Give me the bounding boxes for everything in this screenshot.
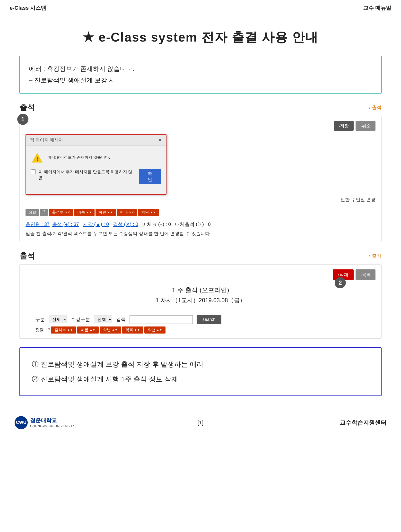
search-label-1: 구분 — [35, 316, 45, 323]
sort-label: 정렬 — [35, 327, 44, 333]
footer-right: 교수학습지원센터 — [340, 419, 386, 427]
error-line1: 에러 : 휴강정보가 존재하지 않습니다. — [29, 63, 372, 75]
stats-note: 밑줄 친 출석/지각/결석 텍스트를 누르면 모든 수강생의 상태를 한 번에 … — [26, 231, 375, 237]
attendance-section-2: 2 ›삭제 ›목록 1 주 출석 (오프라인) 1 차시（1교시）2019.03… — [19, 264, 382, 339]
side-text: 인한 수업일 변경 — [26, 197, 375, 203]
bottom-line2: ② 진로탐색및 생애설계 시행 1주 출석 정보 삭제 — [32, 372, 369, 387]
section2-link[interactable]: 출석 — [369, 253, 382, 259]
col-sort: 정렬 — [26, 209, 39, 216]
sort-col-student-id[interactable]: 학번 ▲▼ — [100, 326, 121, 334]
modal-checkbox-row: 이 페이지에서 추가 메시지를 만들도록 허용하지 않음 확인 — [31, 169, 161, 184]
attendance-week: 1 주 출석 (오프라인) — [26, 286, 375, 294]
search-select-2[interactable]: 전체 — [94, 316, 112, 323]
col-student-id: 학번 ▲▼ — [96, 209, 116, 216]
search-label-2: 수강구분 — [71, 316, 90, 323]
save-button[interactable]: ›저장 — [334, 121, 354, 131]
modal-message: 예러:휴강정보가 존재하지 않습니다. — [47, 155, 110, 160]
sort-col-year[interactable]: 학년 ▲▼ — [144, 326, 166, 334]
cancel-button[interactable]: ›취소 — [356, 121, 375, 131]
bottom-info-box: ① 진로탐색및 생애설계 보강 출석 저장 후 발생하는 에러 ② 진로탐색및 … — [19, 347, 382, 396]
main-content: ★ e-Class system 전자 출결 사용 안내 에러 : 휴강정보가 … — [0, 14, 401, 411]
modal-overlay: 웹 페이지 메시지 ✕ ! 예러:휴강정보가 존재하지 않습니다. — [26, 134, 375, 195]
header-right: 교수 매뉴얼 — [363, 4, 391, 12]
sort-help: ? — [48, 327, 50, 332]
section1-link[interactable]: 출석 — [369, 104, 382, 111]
col-year: 학년 ▲▼ — [138, 209, 159, 216]
modal-titlebar: 웹 페이지 메시지 ✕ — [26, 135, 166, 146]
error-line2: – 진로탐색및 생애설계 보강 시 — [29, 75, 372, 86]
col-dept: 학과 ▲▼ — [117, 209, 137, 216]
logo-circle: CWU — [15, 416, 28, 429]
sort-row: 정렬 ? 출석부 ▲▼ 이름 ▲▼ 학번 ▲▼ 학과 ▲▼ 학년 ▲▼ — [35, 326, 375, 334]
logo-sub: CHUNGWOON UNIVERSITY — [30, 424, 75, 428]
footer-logo: CWU 청운대학교 CHUNGWOON UNIVERSITY — [15, 416, 75, 429]
modal-close-button[interactable]: ✕ — [158, 137, 162, 143]
section1-title: 출석 — [19, 102, 35, 113]
stats-uncheck: 미체크 (−) : 0 — [142, 222, 171, 227]
stats-proxy: 대체출석 (▷) : 0 — [175, 222, 211, 227]
col-name: 이름 ▲▼ — [74, 209, 95, 216]
search-select-1[interactable]: 전체 — [49, 316, 67, 323]
top-header: e-Class 시스템 교수 매뉴얼 — [0, 0, 401, 14]
col-help: ? — [40, 209, 48, 216]
badge-2: 2 — [335, 277, 346, 288]
footer: CWU 청운대학교 CHUNGWOON UNIVERSITY [1] 교수학습지… — [0, 411, 401, 434]
search-label-3: 검색 — [116, 316, 126, 323]
section1-heading: 출석 출석 — [19, 102, 382, 113]
header-left: e-Class 시스템 — [10, 4, 46, 12]
stats-late[interactable]: 지각 (▲) : 0 — [83, 222, 109, 227]
warning-icon: ! — [31, 151, 44, 164]
modal-dialog: 웹 페이지 메시지 ✕ ! 예러:휴강정보가 존재하지 않습니다. — [26, 134, 166, 195]
table-header-row: 정렬 ? 출석부 ▲▼ 이름 ▲▼ 학번 ▲▼ 학과 ▲▼ 학년 ▲▼ — [26, 207, 375, 216]
footer-page: [1] — [198, 420, 203, 426]
logo-text: 청운대학교 CHUNGWOON UNIVERSITY — [30, 417, 75, 428]
sort-col-dept[interactable]: 학과 ▲▼ — [122, 326, 143, 334]
svg-text:!: ! — [36, 156, 38, 162]
bottom-line1: ① 진로탐색및 생애설계 보강 출석 저장 후 발생하는 에러 — [32, 357, 369, 372]
col-checklist: 출석부 ▲▼ — [49, 209, 73, 216]
section2-heading: 출석 출석 — [19, 251, 382, 261]
stats-present[interactable]: 출석 (●) : 37 — [52, 222, 79, 227]
modal-title: 웹 페이지 메시지 — [30, 137, 63, 143]
modal-checkbox[interactable] — [31, 169, 36, 174]
stats-total[interactable]: 총인원 : 37 — [26, 222, 50, 227]
badge-1: 1 — [17, 114, 28, 125]
modal-checkbox-label: 이 페이지에서 추가 메시지를 만들도록 허용하지 않음 — [39, 169, 136, 181]
logo-main: 청운대학교 — [30, 417, 75, 424]
modal-confirm-button[interactable]: 확인 — [139, 169, 161, 184]
page-title: ★ e-Class system 전자 출결 사용 안내 — [19, 29, 382, 46]
modal-body: ! 예러:휴강정보가 존재하지 않습니다. 이 페이지에서 추가 메시지를 만들… — [26, 146, 166, 194]
section2-action-buttons: ›삭제 ›목록 — [26, 269, 375, 280]
list-button[interactable]: ›목록 — [356, 269, 375, 280]
stats-absent[interactable]: 결석 (✕) : 0 — [113, 222, 138, 227]
attendance-session: 1 차시（1교시）2019.03.08（금） — [26, 296, 375, 304]
section2-title: 출석 — [19, 251, 35, 261]
attendance-section-1: 1 ›저장 ›취소 웹 페이지 메시지 ✕ — [19, 116, 382, 242]
sort-col-checklist[interactable]: 출석부 ▲▼ — [51, 326, 76, 334]
sort-col-name[interactable]: 이름 ▲▼ — [77, 326, 99, 334]
search-button[interactable]: search — [197, 315, 221, 324]
divider — [26, 310, 375, 310]
error-box: 에러 : 휴강정보가 존재하지 않습니다. – 진로탐색및 생애설계 보강 시 — [19, 56, 382, 94]
search-row: 구분 전체 수강구분 전체 검색 search — [35, 315, 375, 324]
stats-row: 총인원 : 37 출석 (●) : 37 지각 (▲) : 0 결석 (✕) :… — [26, 220, 375, 229]
modal-message-row: ! 예러:휴강정보가 존재하지 않습니다. — [31, 151, 161, 164]
section1-action-buttons: ›저장 ›취소 — [26, 121, 375, 131]
search-input[interactable] — [130, 315, 193, 324]
